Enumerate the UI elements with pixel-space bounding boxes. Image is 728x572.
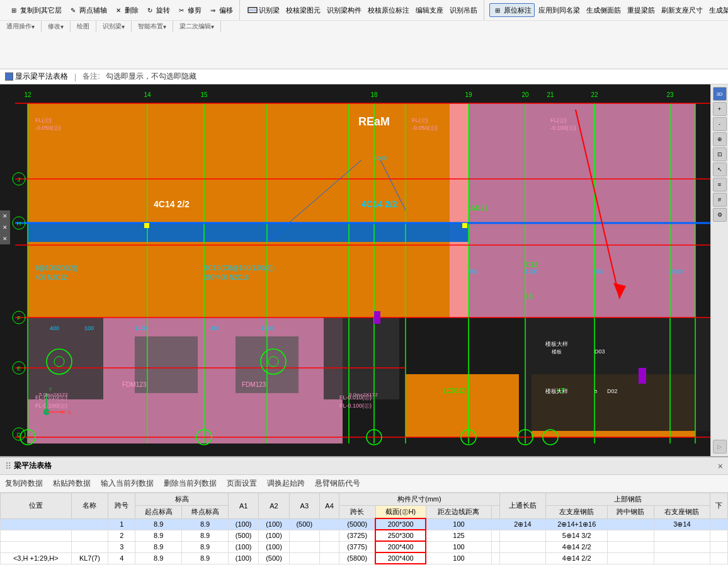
btn-refresh-support-size[interactable]: 刷新支座尺寸 [659,4,705,16]
cell-a1[interactable]: (100) [229,541,259,552]
cell-dist-left[interactable]: 100 [426,518,491,530]
table-row[interactable]: 28.98.9(500)(100)(3725)250*3001255⊕14 3/… [1,530,728,541]
sidebar-btn-zoom-out[interactable]: - [713,117,727,131]
cell-a3[interactable] [289,552,319,564]
cell-left-rebar[interactable]: 2⊕14+1⊕16 [546,518,608,530]
sidebar-btn-grid[interactable]: # [713,193,727,207]
btn-origin-mark[interactable]: ⊞ 原位标注 [489,3,535,17]
btn-identify-beam[interactable]: 识别梁 [245,4,282,16]
cell-position[interactable] [1,530,72,541]
btn-offset[interactable]: ⇒ 偏移 [205,4,236,16]
table-row[interactable]: <3,H +1:29,H>KL7(7)48.98.9(100)(500)(580… [1,552,728,564]
cell-right-rebar[interactable]: 3⊕14 [654,518,710,530]
sidebar-btn-zoom-in[interactable]: + [713,102,727,116]
cell-a4[interactable] [319,530,339,541]
cell-upper-long[interactable] [499,530,546,541]
table-row[interactable]: 18.98.9(100)(100)(500)(5000)200*3001002⊕… [1,518,728,530]
sidebar-btn-expand[interactable]: ▷ [713,440,727,454]
data-table-container[interactable]: 位置 名称 跨号 标高 A1 A2 A3 A4 构件尺寸(mm) 上通长筋 上部… [0,493,728,572]
left-close-3[interactable]: ✕ [3,236,8,242]
cell-upper-long[interactable]: 2⊕14 [499,518,546,530]
btn-paste-span-data[interactable]: 粘贴跨数据 [53,478,91,489]
btn-swap-start-span[interactable]: 调换起始跨 [267,478,305,489]
cell-position[interactable] [1,541,72,552]
btn-page-settings[interactable]: 页面设置 [227,478,257,489]
cell-start-height[interactable]: 8.9 [135,518,182,530]
cad-canvas-area[interactable]: J H F E D 12 14 15 18 19 20 21 22 23 4C1… [0,84,728,456]
cell-empty[interactable] [492,518,500,530]
cell-a3[interactable]: (500) [289,518,319,530]
cell-a1[interactable]: (100) [229,552,259,564]
cell-upper-long[interactable] [499,541,546,552]
cell-a2[interactable]: (100) [259,518,289,530]
cell-span-len[interactable]: (3725) [339,530,376,541]
cell-upper-long[interactable] [499,552,546,564]
cell-dist-left[interactable]: 100 [426,552,491,564]
cell-bottom[interactable] [710,552,728,564]
sidebar-btn-fit[interactable]: ⊡ [713,147,727,161]
cell-start-height[interactable]: 8.9 [135,530,182,541]
sidebar-btn-settings[interactable]: ⚙ [713,208,727,222]
left-close-2[interactable]: ✕ [3,224,8,231]
sidebar-btn-pan[interactable]: ⊕ [713,132,727,146]
cell-span[interactable]: 1 [108,518,135,530]
sidebar-btn-3d[interactable]: 3D [713,87,727,101]
cell-a1[interactable]: (100) [229,518,259,530]
cell-end-height[interactable]: 8.9 [182,530,229,541]
cell-end-height[interactable]: 8.9 [182,552,229,564]
btn-gen-side-rebar[interactable]: 生成侧面筋 [584,4,623,16]
cell-dist-left[interactable]: 125 [426,530,491,541]
cell-mid-rebar[interactable] [608,530,654,541]
cell-start-height[interactable]: 8.9 [135,541,182,552]
cell-right-rebar[interactable] [654,530,710,541]
btn-cantilever-rebar[interactable]: 悬臂钢筋代号 [315,478,360,489]
btn-edit-support[interactable]: 编辑支座 [413,4,446,16]
btn-identify-hanger[interactable]: 识别吊筋 [447,4,480,16]
cell-end-height[interactable]: 8.9 [182,518,229,530]
cell-section[interactable]: 200*300 [375,518,426,530]
cell-a4[interactable] [319,552,339,564]
btn-apply-same-beam[interactable]: 应用到同名梁 [536,4,583,16]
btn-check-beam-element[interactable]: 校核梁图元 [283,4,323,16]
cell-mid-rebar[interactable] [608,518,654,530]
cell-right-rebar[interactable] [654,552,710,564]
cell-section[interactable]: 200*400 [375,541,426,552]
sidebar-btn-layers[interactable]: ≡ [713,178,727,192]
cell-left-rebar[interactable]: 5⊕14 3/2 [546,530,608,541]
cell-left-rebar[interactable]: 4⊕14 2/2 [546,541,608,552]
cell-empty[interactable] [492,530,500,541]
cell-right-rebar[interactable] [654,541,710,552]
cell-position[interactable]: <3,H +1:29,H> [1,552,72,564]
btn-gen-arch-rebar[interactable]: 生成架立筋 [707,4,728,16]
cell-position[interactable] [1,518,72,530]
btn-trim[interactable]: ✂ 修剪 [174,4,204,16]
cell-a4[interactable] [319,518,339,530]
cell-a2[interactable]: (500) [259,552,289,564]
left-close-1[interactable]: ✕ [3,213,8,219]
cell-a3[interactable] [289,530,319,541]
cell-name[interactable] [71,541,108,552]
btn-identify-beam-component[interactable]: 识别梁构件 [324,4,364,16]
cell-span-len[interactable]: (3775) [339,541,376,552]
cell-span[interactable]: 4 [108,552,135,564]
btn-copy-layer[interactable]: ⊞ 复制到其它层 [6,4,64,16]
cell-mid-rebar[interactable] [608,552,654,564]
cell-name[interactable] [71,530,108,541]
cell-a3[interactable] [289,541,319,552]
cell-empty[interactable] [492,541,500,552]
cell-dist-left[interactable]: 100 [426,541,491,552]
cell-bottom[interactable] [710,541,728,552]
cell-span[interactable]: 2 [108,530,135,541]
sidebar-btn-select[interactable]: ↖ [713,163,727,176]
btn-copy-span-data[interactable]: 复制跨数据 [5,478,43,489]
btn-re-extract-rebar[interactable]: 重提梁筋 [625,4,657,16]
cell-span-len[interactable]: (5800) [339,552,376,564]
cell-a2[interactable]: (100) [259,541,289,552]
drag-handle[interactable]: ⠿ [5,461,11,471]
cell-section[interactable]: 200*400 [375,552,426,564]
cell-name[interactable]: KL7(7) [71,552,108,564]
table-close-btn[interactable]: × [718,461,723,471]
btn-check-origin-mark[interactable]: 校核原位标注 [365,4,412,16]
cell-span[interactable]: 3 [108,541,135,552]
btn-delete[interactable]: ✕ 删除 [111,4,141,16]
